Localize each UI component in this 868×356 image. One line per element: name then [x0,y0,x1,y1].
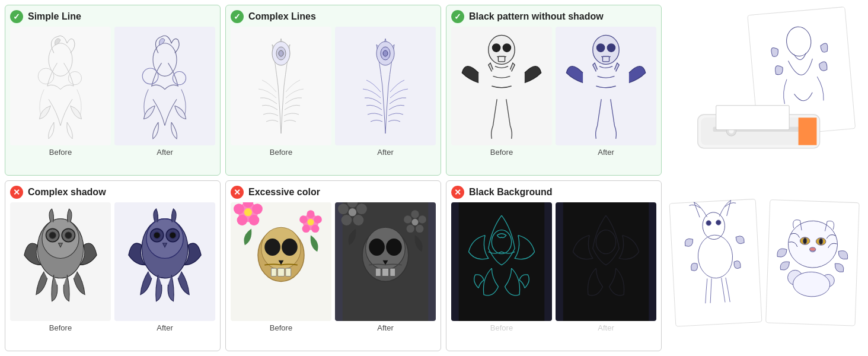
black-background-after-image [556,202,656,321]
svg-point-71 [404,215,411,223]
svg-rect-38 [286,268,291,276]
svg-point-43 [237,215,248,225]
black-background-before-col: Before [451,202,552,346]
svg-point-35 [282,239,298,256]
complex-lines-after-col: After [335,27,436,170]
svg-point-24 [49,232,56,239]
svg-rect-36 [271,268,276,276]
svg-point-42 [249,215,260,225]
svg-rect-73 [459,202,544,321]
black-background-before-label: Before [490,323,513,332]
svg-point-49 [311,225,319,233]
card-black-pattern: ✓ Black pattern without shadow [446,5,662,176]
black-background-before-image [451,202,552,321]
complex-shadow-before-col: Before [10,202,111,346]
card-excessive-color: ✕ Excessive color [225,180,441,351]
card-excessive-color-header: ✕ Excessive color [231,186,436,199]
svg-point-48 [314,215,322,223]
black-pattern-after-image [556,27,656,145]
card-black-background: ✕ Black Background [446,180,662,351]
card-complex-lines: ✓ Complex Lines [225,5,441,176]
svg-rect-37 [277,268,284,276]
badge-bad-complex-shadow: ✕ [10,186,23,199]
card-simple-line-title: Simple Line [28,11,81,22]
svg-point-97 [809,247,816,252]
complex-lines-before-label: Before [270,148,292,157]
svg-point-47 [307,210,314,218]
svg-point-89 [716,220,721,225]
card-black-pattern-images: Before [451,27,656,170]
card-black-background-header: ✕ Black Background [451,186,656,199]
svg-rect-85 [716,106,789,130]
badge-good-complex-lines: ✓ [231,10,244,23]
svg-rect-86 [669,199,762,326]
svg-point-95 [803,238,807,244]
svg-point-52 [307,219,314,225]
comparison-grid: ✓ Simple Line [0,0,666,356]
svg-point-18 [607,44,615,52]
svg-point-5 [173,72,186,85]
badge-good-simple-line: ✓ [10,10,23,23]
svg-rect-82 [799,117,817,145]
complex-lines-before-col: Before [231,27,331,170]
black-background-after-label: After [598,323,614,332]
svg-point-66 [349,208,356,216]
complex-shadow-before-label: Before [49,323,72,332]
simple-line-after-label: After [157,148,173,157]
complex-lines-after-image [335,27,436,145]
card-complex-shadow-header: ✕ Complex shadow [10,186,215,199]
excessive-color-after-label: After [377,323,393,332]
excessive-color-after-col: After [335,202,436,346]
black-pattern-after-label: After [598,148,614,157]
excessive-color-before-label: Before [270,323,292,332]
right-panel-bottom-image [666,180,863,351]
card-black-pattern-header: ✓ Black pattern without shadow [451,10,656,23]
black-pattern-after-col: After [556,27,656,170]
svg-point-50 [302,225,310,233]
svg-rect-59 [382,268,388,276]
right-panel-top-image [666,5,863,176]
complex-lines-before-image [231,27,331,145]
card-simple-line-header: ✓ Simple Line [10,10,215,23]
complex-shadow-after-label: After [157,323,173,332]
card-black-background-title: Black Background [469,187,552,198]
svg-rect-19 [602,56,609,62]
black-background-after-col: After [556,202,656,346]
svg-point-64 [342,215,352,225]
card-complex-shadow: ✕ Complex shadow [5,180,221,351]
card-complex-lines-title: Complex Lines [248,11,316,22]
svg-point-68 [419,215,426,223]
complex-shadow-after-col: After [114,202,215,346]
card-complex-lines-header: ✓ Complex Lines [231,10,436,23]
svg-point-56 [369,239,385,256]
svg-point-57 [386,239,402,256]
svg-point-13 [492,44,500,52]
black-pattern-before-image [451,27,552,145]
svg-point-70 [407,225,414,233]
svg-point-69 [416,225,423,233]
svg-rect-58 [375,268,381,276]
badge-good-black-pattern: ✓ [451,10,464,23]
svg-point-17 [596,44,604,52]
badge-bad-excessive-color: ✕ [231,186,244,199]
card-simple-line: ✓ Simple Line [5,5,221,176]
svg-point-4 [142,68,158,84]
svg-point-41 [252,204,263,214]
card-complex-lines-images: Before [231,27,436,170]
excessive-color-before-col: Before [231,202,331,346]
svg-point-11 [383,50,388,56]
svg-point-30 [154,232,160,239]
svg-rect-15 [498,56,505,62]
card-simple-line-images: Before [10,27,215,170]
svg-point-44 [234,204,244,214]
card-excessive-color-title: Excessive color [248,187,320,198]
svg-point-65 [338,204,349,214]
complex-shadow-after-image [114,202,215,321]
black-pattern-before-col: Before [451,27,552,170]
card-black-pattern-title: Black pattern without shadow [469,11,604,22]
card-complex-shadow-title: Complex shadow [28,187,106,198]
svg-point-96 [819,239,823,245]
simple-line-before-image [10,27,111,145]
card-excessive-color-images: Before [231,202,436,346]
svg-point-34 [264,239,280,256]
